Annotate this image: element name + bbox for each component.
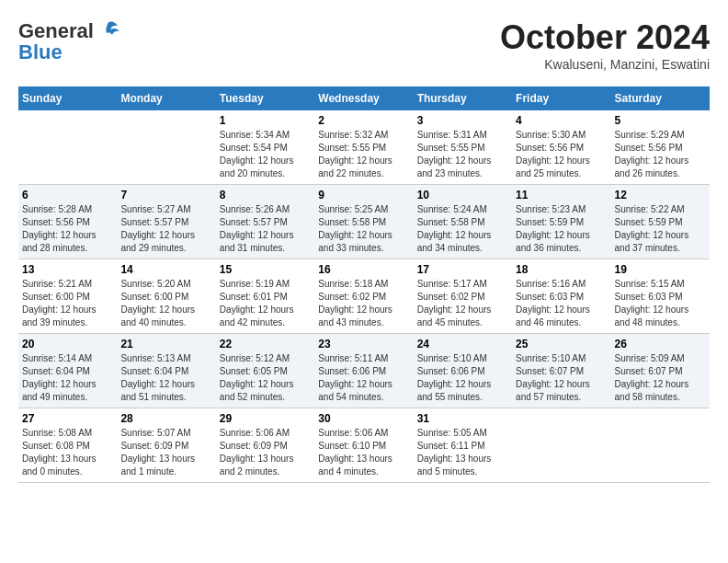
day-number: 18 xyxy=(516,263,607,276)
calendar-cell: 12Sunrise: 5:22 AM Sunset: 5:59 PM Dayli… xyxy=(611,185,710,259)
calendar-body: 1Sunrise: 5:34 AM Sunset: 5:54 PM Daylig… xyxy=(18,110,710,483)
logo-bird-icon xyxy=(96,18,121,44)
day-info: Sunrise: 5:09 AM Sunset: 6:07 PM Dayligh… xyxy=(615,352,706,404)
calendar-header: Sunday Monday Tuesday Wednesday Thursday… xyxy=(18,86,710,110)
month-title: October 2024 xyxy=(500,18,710,57)
calendar-table: Sunday Monday Tuesday Wednesday Thursday… xyxy=(18,86,710,483)
calendar-cell: 22Sunrise: 5:12 AM Sunset: 6:05 PM Dayli… xyxy=(216,334,314,408)
day-info: Sunrise: 5:31 AM Sunset: 5:55 PM Dayligh… xyxy=(417,129,508,180)
day-number: 15 xyxy=(220,263,311,276)
day-info: Sunrise: 5:10 AM Sunset: 6:06 PM Dayligh… xyxy=(417,352,508,404)
calendar-cell xyxy=(512,408,610,483)
day-info: Sunrise: 5:07 AM Sunset: 6:09 PM Dayligh… xyxy=(120,427,211,478)
day-info: Sunrise: 5:26 AM Sunset: 5:57 PM Dayligh… xyxy=(220,203,311,255)
day-number: 30 xyxy=(318,412,409,425)
calendar-cell: 29Sunrise: 5:06 AM Sunset: 6:09 PM Dayli… xyxy=(216,408,314,483)
day-info: Sunrise: 5:34 AM Sunset: 5:54 PM Dayligh… xyxy=(220,129,311,180)
day-number: 13 xyxy=(22,263,113,276)
calendar-cell: 19Sunrise: 5:15 AM Sunset: 6:03 PM Dayli… xyxy=(611,259,710,334)
day-info: Sunrise: 5:14 AM Sunset: 6:04 PM Dayligh… xyxy=(22,352,113,404)
day-info: Sunrise: 5:12 AM Sunset: 6:05 PM Dayligh… xyxy=(220,352,311,404)
calendar-cell: 3Sunrise: 5:31 AM Sunset: 5:55 PM Daylig… xyxy=(414,110,512,185)
calendar-cell: 24Sunrise: 5:10 AM Sunset: 6:06 PM Dayli… xyxy=(414,334,512,408)
day-number: 5 xyxy=(615,114,706,127)
calendar-cell: 16Sunrise: 5:18 AM Sunset: 6:02 PM Dayli… xyxy=(314,259,413,334)
day-number: 4 xyxy=(516,114,607,127)
location: Kwaluseni, Manzini, Eswatini xyxy=(500,57,710,72)
header-tuesday: Tuesday xyxy=(216,86,314,110)
day-number: 27 xyxy=(22,412,113,425)
day-info: Sunrise: 5:17 AM Sunset: 6:02 PM Dayligh… xyxy=(417,278,508,329)
calendar-cell: 10Sunrise: 5:24 AM Sunset: 5:58 PM Dayli… xyxy=(414,185,512,259)
day-number: 16 xyxy=(318,263,409,276)
day-info: Sunrise: 5:32 AM Sunset: 5:55 PM Dayligh… xyxy=(318,129,409,180)
day-number: 12 xyxy=(615,189,706,201)
day-info: Sunrise: 5:24 AM Sunset: 5:58 PM Dayligh… xyxy=(417,203,508,255)
day-number: 24 xyxy=(417,338,508,350)
header-thursday: Thursday xyxy=(414,86,512,110)
day-number: 8 xyxy=(220,189,311,201)
calendar-cell: 25Sunrise: 5:10 AM Sunset: 6:07 PM Dayli… xyxy=(512,334,610,408)
day-number: 1 xyxy=(220,114,311,127)
calendar-cell: 17Sunrise: 5:17 AM Sunset: 6:02 PM Dayli… xyxy=(414,259,512,334)
day-number: 20 xyxy=(22,338,113,350)
calendar-cell xyxy=(117,110,215,185)
day-number: 2 xyxy=(318,114,409,127)
header-friday: Friday xyxy=(512,86,610,110)
day-number: 25 xyxy=(516,338,607,350)
day-info: Sunrise: 5:13 AM Sunset: 6:04 PM Dayligh… xyxy=(120,352,211,404)
day-number: 28 xyxy=(120,412,211,425)
calendar-cell: 15Sunrise: 5:19 AM Sunset: 6:01 PM Dayli… xyxy=(216,259,314,334)
calendar-cell: 2Sunrise: 5:32 AM Sunset: 5:55 PM Daylig… xyxy=(314,110,413,185)
day-info: Sunrise: 5:27 AM Sunset: 5:57 PM Dayligh… xyxy=(120,203,211,255)
calendar-cell: 9Sunrise: 5:25 AM Sunset: 5:58 PM Daylig… xyxy=(314,185,413,259)
calendar-cell: 18Sunrise: 5:16 AM Sunset: 6:03 PM Dayli… xyxy=(512,259,610,334)
day-number: 14 xyxy=(120,263,211,276)
day-info: Sunrise: 5:05 AM Sunset: 6:11 PM Dayligh… xyxy=(417,427,508,478)
calendar-cell: 20Sunrise: 5:14 AM Sunset: 6:04 PM Dayli… xyxy=(18,334,117,408)
calendar-cell: 21Sunrise: 5:13 AM Sunset: 6:04 PM Dayli… xyxy=(117,334,215,408)
calendar-cell: 11Sunrise: 5:23 AM Sunset: 5:59 PM Dayli… xyxy=(512,185,610,259)
day-info: Sunrise: 5:08 AM Sunset: 6:08 PM Dayligh… xyxy=(22,427,113,478)
calendar-cell: 7Sunrise: 5:27 AM Sunset: 5:57 PM Daylig… xyxy=(117,185,215,259)
day-number: 23 xyxy=(318,338,409,350)
day-number: 21 xyxy=(120,338,211,350)
calendar-cell: 26Sunrise: 5:09 AM Sunset: 6:07 PM Dayli… xyxy=(611,334,710,408)
day-number: 7 xyxy=(120,189,211,201)
logo: General Blue xyxy=(18,18,121,64)
calendar-cell: 13Sunrise: 5:21 AM Sunset: 6:00 PM Dayli… xyxy=(18,259,117,334)
calendar-cell: 31Sunrise: 5:05 AM Sunset: 6:11 PM Dayli… xyxy=(414,408,512,483)
calendar-cell: 1Sunrise: 5:34 AM Sunset: 5:54 PM Daylig… xyxy=(216,110,314,185)
day-info: Sunrise: 5:25 AM Sunset: 5:58 PM Dayligh… xyxy=(318,203,409,255)
calendar-cell: 14Sunrise: 5:20 AM Sunset: 6:00 PM Dayli… xyxy=(117,259,215,334)
day-info: Sunrise: 5:15 AM Sunset: 6:03 PM Dayligh… xyxy=(615,278,706,329)
calendar-cell: 28Sunrise: 5:07 AM Sunset: 6:09 PM Dayli… xyxy=(117,408,215,483)
day-info: Sunrise: 5:23 AM Sunset: 5:59 PM Dayligh… xyxy=(516,203,607,255)
day-info: Sunrise: 5:10 AM Sunset: 6:07 PM Dayligh… xyxy=(516,352,607,404)
day-info: Sunrise: 5:29 AM Sunset: 5:56 PM Dayligh… xyxy=(615,129,706,180)
calendar-cell: 4Sunrise: 5:30 AM Sunset: 5:56 PM Daylig… xyxy=(512,110,610,185)
day-number: 31 xyxy=(417,412,508,425)
calendar-cell xyxy=(18,110,117,185)
day-number: 3 xyxy=(417,114,508,127)
day-number: 19 xyxy=(615,263,706,276)
day-info: Sunrise: 5:16 AM Sunset: 6:03 PM Dayligh… xyxy=(516,278,607,329)
calendar-cell: 30Sunrise: 5:06 AM Sunset: 6:10 PM Dayli… xyxy=(314,408,413,483)
day-number: 29 xyxy=(220,412,311,425)
day-number: 11 xyxy=(516,189,607,201)
calendar-cell: 23Sunrise: 5:11 AM Sunset: 6:06 PM Dayli… xyxy=(314,334,413,408)
calendar-cell: 27Sunrise: 5:08 AM Sunset: 6:08 PM Dayli… xyxy=(18,408,117,483)
day-number: 9 xyxy=(318,189,409,201)
header-saturday: Saturday xyxy=(611,86,710,110)
header-wednesday: Wednesday xyxy=(314,86,413,110)
calendar-cell: 5Sunrise: 5:29 AM Sunset: 5:56 PM Daylig… xyxy=(611,110,710,185)
calendar-cell xyxy=(611,408,710,483)
header-monday: Monday xyxy=(117,86,215,110)
page-header: General Blue October 2024 Kwaluseni, Man… xyxy=(18,18,710,72)
calendar-cell: 8Sunrise: 5:26 AM Sunset: 5:57 PM Daylig… xyxy=(216,185,314,259)
day-info: Sunrise: 5:20 AM Sunset: 6:00 PM Dayligh… xyxy=(120,278,211,329)
day-number: 22 xyxy=(220,338,311,350)
day-info: Sunrise: 5:21 AM Sunset: 6:00 PM Dayligh… xyxy=(22,278,113,329)
title-section: October 2024 Kwaluseni, Manzini, Eswatin… xyxy=(500,18,710,72)
day-info: Sunrise: 5:06 AM Sunset: 6:09 PM Dayligh… xyxy=(220,427,311,478)
